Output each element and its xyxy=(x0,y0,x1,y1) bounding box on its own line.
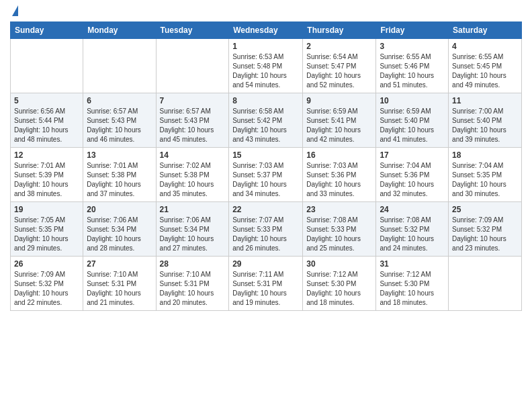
day-info: Sunset: 5:39 PM xyxy=(14,171,79,180)
day-info: Sunset: 5:37 PM xyxy=(232,171,299,180)
calendar-cell: 28Sunrise: 7:10 AMSunset: 5:31 PMDayligh… xyxy=(156,257,229,311)
day-number: 24 xyxy=(380,205,445,214)
calendar-cell xyxy=(11,39,83,93)
day-number: 6 xyxy=(87,96,152,105)
day-info: and 30 minutes. xyxy=(452,189,518,199)
day-number: 19 xyxy=(14,205,79,214)
day-info: Daylight: 10 hours xyxy=(160,180,226,189)
day-info: and 27 minutes. xyxy=(160,244,226,253)
day-info: Daylight: 10 hours xyxy=(87,289,152,298)
calendar-cell: 13Sunrise: 7:01 AMSunset: 5:38 PMDayligh… xyxy=(83,148,156,202)
day-info: Sunrise: 7:01 AM xyxy=(14,161,79,171)
day-info: Sunset: 5:30 PM xyxy=(306,279,372,289)
day-info: and 45 minutes. xyxy=(160,135,226,144)
day-info: Sunrise: 6:59 AM xyxy=(306,107,372,116)
calendar-cell: 12Sunrise: 7:01 AMSunset: 5:39 PMDayligh… xyxy=(11,148,83,202)
day-number: 3 xyxy=(380,42,445,51)
calendar-cell: 8Sunrise: 6:58 AMSunset: 5:42 PMDaylight… xyxy=(229,93,303,148)
calendar-header-sunday: Sunday xyxy=(11,22,83,39)
calendar-cell: 20Sunrise: 7:06 AMSunset: 5:34 PMDayligh… xyxy=(83,202,156,257)
calendar-cell: 17Sunrise: 7:04 AMSunset: 5:36 PMDayligh… xyxy=(376,148,449,202)
day-number: 5 xyxy=(14,96,79,105)
day-info: Sunrise: 7:12 AM xyxy=(380,270,445,279)
day-info: Sunrise: 6:57 AM xyxy=(160,107,226,116)
day-info: Sunset: 5:38 PM xyxy=(87,171,152,180)
day-number: 17 xyxy=(380,150,445,160)
calendar-cell xyxy=(449,257,522,311)
day-info: Daylight: 10 hours xyxy=(452,234,518,244)
day-info: Daylight: 10 hours xyxy=(160,126,226,135)
day-info: Sunset: 5:47 PM xyxy=(306,62,372,71)
calendar-header-monday: Monday xyxy=(83,22,156,39)
page: SundayMondayTuesdayWednesdayThursdayFrid… xyxy=(0,0,532,411)
day-info: Sunrise: 6:58 AM xyxy=(232,107,299,116)
calendar-cell: 9Sunrise: 6:59 AMSunset: 5:41 PMDaylight… xyxy=(303,93,376,148)
day-number: 13 xyxy=(87,150,152,160)
day-info: and 42 minutes. xyxy=(306,135,372,144)
calendar-cell: 10Sunrise: 6:59 AMSunset: 5:40 PMDayligh… xyxy=(376,93,449,148)
day-info: and 21 minutes. xyxy=(87,298,152,308)
day-number: 14 xyxy=(160,150,226,160)
calendar-header-wednesday: Wednesday xyxy=(229,22,303,39)
calendar-week-1: 1Sunrise: 6:53 AMSunset: 5:48 PMDaylight… xyxy=(11,39,522,93)
day-info: Sunset: 5:41 PM xyxy=(306,116,372,126)
day-info: and 35 minutes. xyxy=(160,189,226,199)
day-info: Sunrise: 6:59 AM xyxy=(380,107,445,116)
calendar-cell: 14Sunrise: 7:02 AMSunset: 5:38 PMDayligh… xyxy=(156,148,229,202)
calendar-cell: 24Sunrise: 7:08 AMSunset: 5:32 PMDayligh… xyxy=(376,202,449,257)
day-info: Sunset: 5:45 PM xyxy=(452,62,518,71)
day-info: Sunrise: 6:53 AM xyxy=(232,52,299,62)
day-info: Sunset: 5:35 PM xyxy=(14,225,79,234)
day-info: Sunset: 5:31 PM xyxy=(87,279,152,289)
day-info: and 46 minutes. xyxy=(87,135,152,144)
day-number: 15 xyxy=(232,150,299,160)
calendar-header-row: SundayMondayTuesdayWednesdayThursdayFrid… xyxy=(11,22,522,39)
calendar-cell: 23Sunrise: 7:08 AMSunset: 5:33 PMDayligh… xyxy=(303,202,376,257)
day-info: Sunrise: 7:12 AM xyxy=(306,270,372,279)
day-info: Sunrise: 7:00 AM xyxy=(452,107,518,116)
day-info: Sunrise: 7:07 AM xyxy=(232,216,299,225)
day-number: 28 xyxy=(160,259,226,269)
day-info: Sunrise: 7:04 AM xyxy=(380,161,445,171)
day-info: and 18 minutes. xyxy=(380,298,445,308)
day-number: 27 xyxy=(87,259,152,269)
calendar-cell: 4Sunrise: 6:55 AMSunset: 5:45 PMDaylight… xyxy=(449,39,522,93)
calendar-cell: 31Sunrise: 7:12 AMSunset: 5:30 PMDayligh… xyxy=(376,257,449,311)
day-info: and 24 minutes. xyxy=(380,244,445,253)
day-info: Sunrise: 7:03 AM xyxy=(232,161,299,171)
calendar-cell: 26Sunrise: 7:09 AMSunset: 5:32 PMDayligh… xyxy=(11,257,83,311)
day-number: 22 xyxy=(232,205,299,214)
day-number: 9 xyxy=(306,96,372,105)
day-info: Sunrise: 7:05 AM xyxy=(14,216,79,225)
day-info: Daylight: 10 hours xyxy=(380,126,445,135)
day-info: Sunrise: 7:10 AM xyxy=(160,270,226,279)
calendar-cell: 19Sunrise: 7:05 AMSunset: 5:35 PMDayligh… xyxy=(11,202,83,257)
day-info: Sunset: 5:34 PM xyxy=(160,225,226,234)
day-number: 29 xyxy=(232,259,299,269)
day-number: 25 xyxy=(452,205,518,214)
calendar-cell: 22Sunrise: 7:07 AMSunset: 5:33 PMDayligh… xyxy=(229,202,303,257)
day-info: Daylight: 10 hours xyxy=(380,289,445,298)
day-info: Daylight: 10 hours xyxy=(160,289,226,298)
calendar-week-2: 5Sunrise: 6:56 AMSunset: 5:44 PMDaylight… xyxy=(11,93,522,148)
day-info: Sunset: 5:30 PM xyxy=(380,279,445,289)
day-info: Daylight: 10 hours xyxy=(232,234,299,244)
day-info: Sunset: 5:46 PM xyxy=(380,62,445,71)
day-number: 4 xyxy=(452,42,518,51)
day-info: Sunset: 5:33 PM xyxy=(232,225,299,234)
logo-triangle-icon xyxy=(12,5,18,16)
day-info: and 26 minutes. xyxy=(232,244,299,253)
day-info: and 23 minutes. xyxy=(452,244,518,253)
day-info: and 37 minutes. xyxy=(87,189,152,199)
day-info: Sunrise: 6:55 AM xyxy=(380,52,445,62)
calendar-week-4: 19Sunrise: 7:05 AMSunset: 5:35 PMDayligh… xyxy=(11,202,522,257)
calendar-cell: 21Sunrise: 7:06 AMSunset: 5:34 PMDayligh… xyxy=(156,202,229,257)
calendar-cell: 30Sunrise: 7:12 AMSunset: 5:30 PMDayligh… xyxy=(303,257,376,311)
day-info: Sunset: 5:34 PM xyxy=(87,225,152,234)
day-info: Sunset: 5:42 PM xyxy=(232,116,299,126)
day-info: Daylight: 10 hours xyxy=(306,126,372,135)
day-info: Sunset: 5:44 PM xyxy=(14,116,79,126)
calendar-header-saturday: Saturday xyxy=(449,22,522,39)
day-info: and 32 minutes. xyxy=(380,189,445,199)
day-number: 31 xyxy=(380,259,445,269)
